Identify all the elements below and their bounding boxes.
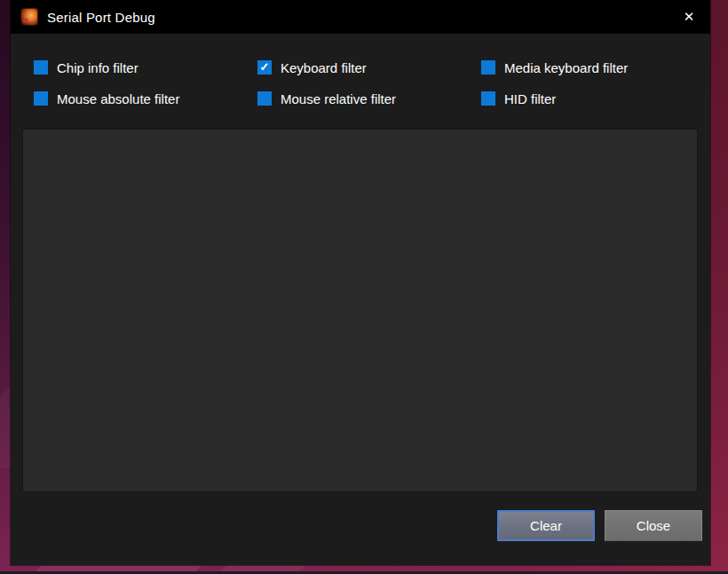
checkbox-label: Chip info filter	[57, 60, 138, 75]
checkbox-icon	[34, 91, 48, 106]
serial-port-debug-window: Serial Port Debug ✕ Chip info filter Key…	[11, 0, 710, 565]
checkbox-icon	[34, 60, 48, 75]
close-button[interactable]: Close	[605, 510, 702, 541]
title-bar[interactable]: Serial Port Debug ✕	[11, 0, 710, 34]
checkbox-label: HID filter	[504, 91, 556, 106]
checkbox-keyboard-filter[interactable]: Keyboard filter	[257, 59, 481, 76]
window-close-button[interactable]: ✕	[668, 0, 710, 34]
window-title: Serial Port Debug	[47, 10, 155, 25]
close-icon: ✕	[684, 9, 695, 25]
checkbox-label: Mouse relative filter	[281, 91, 396, 106]
checkbox-chip-info-filter[interactable]: Chip info filter	[34, 59, 257, 76]
filter-checkbox-group: Chip info filter Keyboard filter Media k…	[34, 59, 692, 107]
checkbox-hid-filter[interactable]: HID filter	[481, 90, 692, 107]
checkbox-icon	[481, 91, 495, 106]
checkbox-icon	[257, 91, 272, 106]
checkbox-media-keyboard-filter[interactable]: Media keyboard filter	[481, 59, 692, 76]
debug-log-output[interactable]	[22, 129, 698, 492]
checkbox-label: Keyboard filter	[281, 60, 367, 75]
app-icon	[20, 8, 38, 26]
checkbox-label: Mouse absolute filter	[57, 91, 179, 106]
dialog-button-row: Clear Close	[497, 510, 702, 541]
checkbox-icon	[257, 60, 272, 75]
clear-button[interactable]: Clear	[497, 510, 595, 541]
checkbox-mouse-absolute-filter[interactable]: Mouse absolute filter	[34, 90, 257, 107]
checkbox-icon	[481, 60, 495, 75]
checkbox-mouse-relative-filter[interactable]: Mouse relative filter	[257, 90, 481, 107]
checkbox-label: Media keyboard filter	[504, 60, 628, 75]
